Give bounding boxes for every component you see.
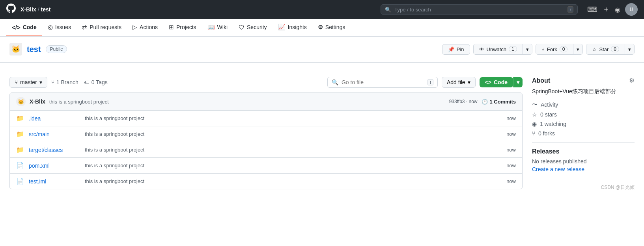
star-button[interactable]: ☆ Star 0 [586, 44, 625, 54]
file-commit-testiml: this is a springboot project [85, 178, 502, 184]
tab-actions-label: Actions [140, 24, 158, 30]
commits-link[interactable]: 🕐 1 Commits [482, 99, 516, 105]
issues-icon: ◎ [48, 24, 53, 31]
forks-stat: ⑂ 0 forks [532, 130, 635, 137]
breadcrumb: X-Blix / test [21, 6, 50, 13]
tags-count-link[interactable]: 🏷 0 Tags [84, 79, 108, 85]
tab-issues-label: Issues [55, 24, 71, 30]
commit-hash: 933ffb3 · now [449, 99, 478, 104]
watching-stat: ◉ 1 watching [532, 121, 635, 127]
commit-username[interactable]: X-Blix [30, 98, 45, 105]
file-name-testiml[interactable]: test.iml [29, 178, 80, 185]
file-name-idea[interactable]: .idea [29, 115, 80, 122]
create-release-link[interactable]: Create a new release [532, 166, 584, 172]
star-count: 0 [611, 46, 619, 52]
top-nav: X-Blix / test 🔍 Type / to search / ⌨ + ◉… [0, 0, 644, 19]
folder-icon: 📁 [16, 130, 24, 138]
toolbar: ⑂ master ▾ ⑂ 1 Branch 🏷 0 Tags 🔍 t [9, 77, 523, 88]
file-name-pom[interactable]: pom.xml [29, 163, 80, 169]
code-icon: <> [485, 79, 491, 85]
github-logo[interactable] [6, 4, 16, 15]
file-time-srcmain: now [506, 131, 516, 137]
pin-button[interactable]: 📌 Pin [442, 44, 470, 55]
branch-selector[interactable]: ⑂ master ▾ [9, 77, 47, 88]
file-commit-target: this is a springboot project [85, 147, 502, 153]
commits-label: 1 Commits [490, 99, 516, 105]
code-icon: </> [12, 24, 21, 31]
pin-label: Pin [457, 46, 464, 52]
stars-stat: ☆ 0 stars [532, 111, 635, 118]
commit-avatar: 🐱 [16, 97, 26, 106]
file-name-srcmain[interactable]: src/main [29, 131, 80, 137]
watching-link[interactable]: 1 watching [540, 121, 566, 127]
add-file-button[interactable]: Add file ▾ [442, 77, 476, 88]
folder-icon: 📁 [16, 146, 24, 154]
tab-actions[interactable]: ▷ Actions [127, 19, 163, 36]
search-placeholder: Type / to search [394, 7, 431, 13]
unwatch-dropdown[interactable]: ▾ [523, 44, 532, 54]
folder-icon: 📁 [16, 115, 24, 122]
file-time-testiml: now [506, 178, 516, 184]
tags-icon: 🏷 [84, 79, 90, 85]
file-name-target[interactable]: target/classes [29, 147, 80, 153]
tab-wiki[interactable]: 📖 Wiki [202, 19, 233, 36]
security-icon: 🛡 [239, 24, 245, 31]
repo-title[interactable]: test [27, 45, 41, 54]
file-icon: 📄 [16, 162, 24, 169]
settings-icon: ⚙ [318, 24, 323, 31]
code-button[interactable]: <> Code [480, 77, 513, 87]
file-table: 🐱 X-Blix this is a springboot project 93… [9, 92, 523, 189]
activity-link[interactable]: Activity [541, 102, 558, 108]
tab-insights[interactable]: 📈 Insights [273, 19, 312, 36]
fork-icon: ⑂ [541, 46, 545, 52]
tab-settings[interactable]: ⚙ Settings [312, 19, 351, 36]
file-time-pom: now [506, 163, 516, 168]
stars-count: 0 [540, 111, 543, 118]
branch-count-icon: ⑂ [51, 79, 54, 85]
stars-link[interactable]: 0 stars [540, 111, 557, 118]
repo-avatar: 🐱 [9, 43, 22, 55]
breadcrumb-separator: / [38, 6, 39, 13]
branch-count-link[interactable]: ⑂ 1 Branch [51, 79, 78, 85]
tab-code-label: Code [23, 24, 37, 30]
star-label: Star [599, 46, 609, 52]
file-commit-srcmain: this is a springboot project [85, 131, 502, 137]
repo-nav: </> Code ◎ Issues ⇄ Pull requests ▷ Acti… [0, 19, 644, 37]
eye-icon: 👁 [479, 46, 484, 52]
tab-pull-requests[interactable]: ⇄ Pull requests [77, 19, 127, 36]
org-link[interactable]: X-Blix [21, 6, 36, 13]
repo-link[interactable]: test [41, 6, 51, 13]
fork-dropdown[interactable]: ▾ [573, 44, 582, 54]
fork-group: ⑂ Fork 0 ▾ [536, 44, 583, 55]
tab-security[interactable]: 🛡 Security [233, 19, 273, 36]
terminal-button[interactable]: ⌨ [586, 4, 599, 15]
code-dropdown[interactable]: ▾ [513, 77, 523, 87]
watch-button[interactable]: ◉ [613, 4, 622, 15]
tab-projects[interactable]: ⊞ Projects [163, 19, 202, 36]
file-time-target: now [506, 147, 516, 153]
forks-link[interactable]: 0 forks [538, 130, 555, 137]
new-button[interactable]: + [602, 4, 610, 16]
tab-issues[interactable]: ◎ Issues [42, 19, 77, 36]
about-stats: 〜 Activity ☆ 0 stars ◉ 1 watching ⑂ [532, 101, 635, 137]
fork-button[interactable]: ⑂ Fork 0 [536, 44, 574, 54]
projects-icon: ⊞ [169, 24, 174, 31]
repo-content: ⑂ master ▾ ⑂ 1 Branch 🏷 0 Tags 🔍 t [9, 77, 523, 191]
avatar[interactable]: U [625, 3, 638, 16]
search-box[interactable]: 🔍 Type / to search / [381, 4, 578, 15]
tab-security-label: Security [247, 24, 267, 30]
branch-count: 1 Branch [56, 79, 78, 85]
code-label: Code [494, 79, 508, 85]
branch-info: ⑂ 1 Branch 🏷 0 Tags [51, 79, 108, 85]
releases-title: Releases [532, 148, 635, 155]
file-search-box[interactable]: 🔍 t [327, 77, 438, 88]
tab-wiki-label: Wiki [217, 24, 228, 30]
commit-header: 🐱 X-Blix this is a springboot project 93… [10, 93, 522, 111]
star-dropdown[interactable]: ▾ [625, 44, 634, 54]
no-releases-text: No releases published [532, 158, 635, 165]
about-settings-button[interactable]: ⚙ [629, 77, 635, 84]
file-search-input[interactable] [342, 79, 424, 85]
unwatch-button[interactable]: 👁 Unwatch 1 [474, 44, 523, 54]
forks-count: 0 [538, 130, 541, 137]
tab-code[interactable]: </> Code [6, 19, 42, 36]
